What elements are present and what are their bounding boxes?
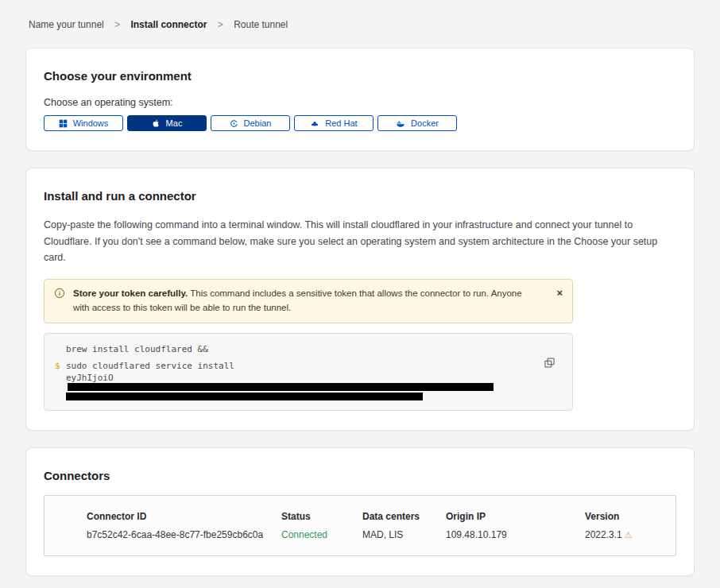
token-prefix: eyJhIjoiO xyxy=(66,373,114,383)
os-button-group: Windows Mac Debian Red Hat xyxy=(44,115,676,131)
page: Name your tunnel > Install connector > R… xyxy=(0,0,720,588)
version-warning-icon: ⚠ xyxy=(625,530,633,540)
os-select-label: Choose an operating system: xyxy=(44,97,676,108)
code-line-1: brew install cloudflared && xyxy=(66,343,540,356)
shell-prompt: $ xyxy=(55,360,60,373)
close-icon[interactable]: × xyxy=(555,286,564,300)
docker-icon xyxy=(396,119,405,128)
breadcrumb: Name your tunnel > Install connector > R… xyxy=(29,19,695,30)
redaction-bar xyxy=(68,383,494,391)
table-row: b7c52c42-6caa-48ee-8c77-fbe259cb6c0a Con… xyxy=(45,526,675,555)
os-button-docker[interactable]: Docker xyxy=(377,115,457,131)
connectors-card: Connectors Connector ID Status Data cent… xyxy=(25,447,695,576)
copy-icon[interactable] xyxy=(544,358,555,370)
connectors-card-title: Connectors xyxy=(44,469,676,482)
breadcrumb-separator: > xyxy=(218,19,223,30)
column-header-status: Status xyxy=(281,511,362,522)
environment-card-title: Choose your environment xyxy=(44,69,676,83)
code-line-2: $ sudo cloudflared service install xyxy=(66,360,540,373)
breadcrumb-item-route-tunnel[interactable]: Route tunnel xyxy=(234,19,288,30)
os-button-label: Debian xyxy=(244,118,272,128)
os-button-label: Mac xyxy=(166,118,183,128)
os-button-windows[interactable]: Windows xyxy=(44,115,123,131)
os-button-redhat[interactable]: Red Hat xyxy=(294,115,374,131)
os-button-debian[interactable]: Debian xyxy=(211,115,290,131)
windows-icon xyxy=(59,119,68,128)
token-warning-banner: Store your token carefully. This command… xyxy=(44,279,573,323)
redaction-bar xyxy=(66,393,423,400)
connectors-table: Connector ID Status Data centers Origin … xyxy=(44,495,676,556)
os-button-label: Docker xyxy=(411,118,439,128)
origin-ip-cell: 109.48.10.179 xyxy=(446,529,585,540)
version-cell: 2022.3.1⚠ xyxy=(585,529,675,540)
breadcrumb-item-install-connector[interactable]: Install connector xyxy=(130,19,207,30)
install-connector-description: Copy-paste the following command into a … xyxy=(44,217,676,266)
column-header-data-centers: Data centers xyxy=(362,511,446,522)
column-header-version: Version xyxy=(585,511,675,522)
version-value: 2022.3.1 xyxy=(585,529,622,540)
status-cell: Connected xyxy=(281,529,362,540)
os-button-label: Windows xyxy=(73,118,109,128)
redhat-icon xyxy=(310,119,319,128)
install-command-code-block: brew install cloudflared && $ sudo cloud… xyxy=(44,333,573,411)
info-icon xyxy=(54,288,65,304)
connector-id-cell: b7c52c42-6caa-48ee-8c77-fbe259cb6c0a xyxy=(87,529,281,540)
column-header-connector-id: Connector ID xyxy=(87,511,281,522)
choose-environment-card: Choose your environment Choose an operat… xyxy=(25,48,695,151)
table-header-row: Connector ID Status Data centers Origin … xyxy=(45,496,675,526)
breadcrumb-item-name-your-tunnel[interactable]: Name your tunnel xyxy=(29,19,104,30)
os-button-mac[interactable]: Mac xyxy=(127,115,207,131)
column-header-origin-ip: Origin IP xyxy=(446,511,585,522)
code-line-2-text: sudo cloudflared service install xyxy=(66,361,234,371)
warning-title: Store your token carefully. xyxy=(73,288,188,298)
install-connector-card: Install and run a connector Copy-paste t… xyxy=(25,168,695,431)
token-line-1: eyJhIjoiO xyxy=(66,373,540,391)
data-centers-cell: MAD, LIS xyxy=(362,529,446,540)
token-line-2 xyxy=(66,392,540,400)
os-button-label: Red Hat xyxy=(325,118,357,128)
debian-icon xyxy=(230,119,238,128)
install-connector-card-title: Install and run a connector xyxy=(44,189,676,203)
apple-icon xyxy=(152,118,161,128)
breadcrumb-separator: > xyxy=(114,19,120,30)
